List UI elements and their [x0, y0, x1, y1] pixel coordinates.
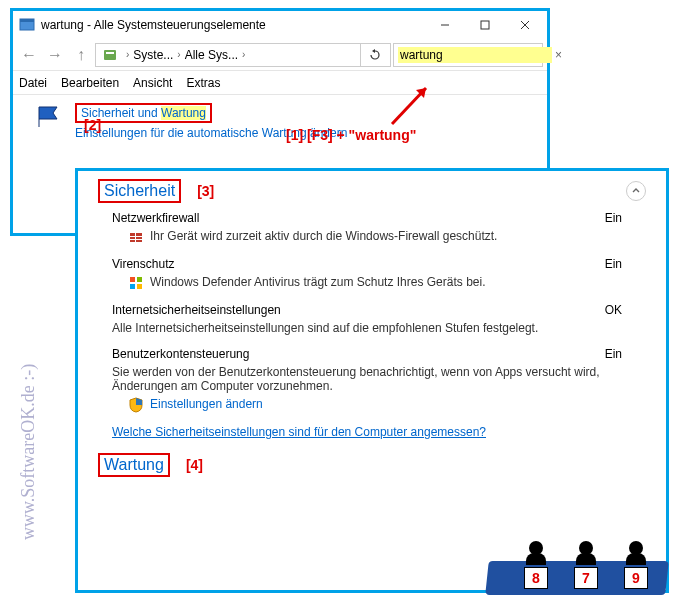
titlebar: wartung - Alle Systemsteuerungselemente: [13, 11, 547, 39]
search-input[interactable]: [398, 47, 552, 63]
internet-security-item: InternetsicherheitseinstellungenOK Alle …: [112, 303, 646, 335]
chevron-right-icon: ›: [126, 49, 129, 60]
window-title: wartung - Alle Systemsteuerungselemente: [41, 18, 425, 32]
status-value: Ein: [605, 257, 622, 271]
menu-edit[interactable]: Bearbeiten: [61, 76, 119, 90]
breadcrumb-icon: [102, 47, 118, 63]
antivirus-item: VirenschutzEin Windows Defender Antiviru…: [112, 257, 646, 291]
breadcrumb[interactable]: › Syste... › Alle Sys... ›: [95, 43, 391, 67]
search-box[interactable]: ×: [393, 43, 543, 67]
svg-rect-17: [137, 284, 142, 289]
item-label: Internetsicherheitseinstellungen: [112, 303, 281, 317]
chevron-right-icon: ›: [242, 49, 245, 60]
breadcrumb-item[interactable]: Syste...: [133, 48, 173, 62]
arrow-icon: [386, 80, 436, 130]
svg-rect-6: [104, 50, 116, 60]
close-button[interactable]: [505, 12, 545, 38]
security-maintenance-window: Sicherheit [3] NetzwerkfirewallEin Ihr G…: [75, 168, 669, 593]
svg-rect-7: [106, 52, 114, 54]
shield-icon: [128, 397, 144, 413]
uac-item: BenutzerkontensteuerungEin Sie werden vo…: [112, 347, 646, 413]
svg-rect-15: [137, 277, 142, 282]
minimize-button[interactable]: [425, 12, 465, 38]
item-desc: Sie werden von der Benutzerkontensteueru…: [112, 365, 646, 393]
firewall-item: NetzwerkfirewallEin Ihr Gerät wird zurze…: [112, 211, 646, 245]
forward-button[interactable]: →: [43, 43, 67, 67]
menu-view[interactable]: Ansicht: [133, 76, 172, 90]
svg-rect-1: [20, 19, 34, 22]
watermark-text: www.SoftwareOK.de :-): [18, 364, 39, 540]
svg-rect-3: [481, 21, 489, 29]
up-button[interactable]: ↑: [69, 43, 93, 67]
score-card: 7: [574, 567, 598, 589]
annotation-3: [3]: [197, 183, 214, 199]
clear-search-icon[interactable]: ×: [552, 48, 565, 62]
security-flag-icon: [35, 103, 67, 131]
item-label: Benutzerkontensteuerung: [112, 347, 249, 361]
item-label: Netzwerkfirewall: [112, 211, 199, 225]
status-value: Ein: [605, 211, 622, 225]
uac-settings-link[interactable]: Einstellungen ändern: [150, 397, 263, 411]
svg-rect-16: [130, 284, 135, 289]
item-desc: Windows Defender Antivirus trägt zum Sch…: [150, 275, 485, 289]
svg-rect-13: [135, 233, 136, 242]
annotation-1: [1] [F3] + "wartung": [286, 127, 416, 143]
nav-toolbar: ← → ↑ › Syste... › Alle Sys... › ×: [13, 39, 547, 71]
judges-group: 8 7 9: [515, 541, 657, 589]
defender-icon: [128, 275, 144, 291]
annotation-2: [2]: [84, 117, 101, 133]
firewall-icon: [128, 229, 144, 245]
window-icon: [19, 17, 35, 33]
status-value: Ein: [605, 347, 622, 361]
security-section-header[interactable]: Sicherheit: [104, 182, 175, 199]
score-card: 9: [624, 567, 648, 589]
menu-file[interactable]: Datei: [19, 76, 47, 90]
maintenance-section-header[interactable]: Wartung: [104, 456, 164, 473]
item-desc: Ihr Gerät wird zurzeit aktiv durch die W…: [150, 229, 497, 243]
judge-figure: 9: [615, 541, 657, 589]
judge-figure: 8: [515, 541, 557, 589]
annotation-4: [4]: [186, 457, 203, 473]
back-button[interactable]: ←: [17, 43, 41, 67]
collapse-button[interactable]: [626, 181, 646, 201]
chevron-right-icon: ›: [177, 49, 180, 60]
security-help-link[interactable]: Welche Sicherheitseinstellungen sind für…: [112, 425, 486, 439]
refresh-button[interactable]: [360, 43, 388, 67]
score-card: 8: [524, 567, 548, 589]
status-value: OK: [605, 303, 622, 317]
svg-rect-14: [130, 277, 135, 282]
maximize-button[interactable]: [465, 12, 505, 38]
item-label: Virenschutz: [112, 257, 174, 271]
item-desc: Alle Internetsicherheitseinstellungen si…: [112, 321, 538, 335]
judge-figure: 7: [565, 541, 607, 589]
menu-bar: Datei Bearbeiten Ansicht Extras: [13, 71, 547, 95]
breadcrumb-item[interactable]: Alle Sys...: [185, 48, 238, 62]
menu-extras[interactable]: Extras: [186, 76, 220, 90]
